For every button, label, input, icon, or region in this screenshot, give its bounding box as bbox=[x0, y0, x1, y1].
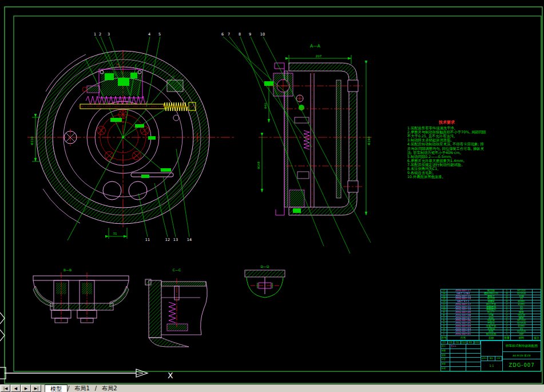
bom-header-cell: 名称 bbox=[479, 336, 503, 340]
tab-nav-prev-button[interactable]: ◀ bbox=[11, 385, 21, 392]
table-cell bbox=[533, 314, 541, 316]
title-block-id-area: 轿车鼓式制动器装配图 A4 共1张 第1张 ZDG-007 bbox=[503, 340, 541, 371]
table-cell: Q235A bbox=[511, 292, 533, 295]
table-cell: 9 bbox=[441, 311, 447, 314]
table-cell bbox=[533, 303, 541, 306]
titleblock-cell: 批准 bbox=[441, 367, 450, 371]
table-cell: 11 bbox=[441, 306, 447, 308]
technical-notes: 技术要求 1.装配前所有零件须清洗干净。 2.摩擦片与制动鼓接触面积不小于70%… bbox=[407, 121, 486, 179]
table-cell: ZDG-007-08 bbox=[447, 314, 479, 316]
table-cell: ZDG-007-12 bbox=[447, 303, 479, 306]
table-cell bbox=[533, 311, 541, 314]
table-cell: 2 bbox=[503, 328, 511, 330]
table-cell: 活塞 bbox=[479, 314, 503, 316]
table-cell: ZDG-007-03 bbox=[447, 328, 479, 330]
layout-tab-bar: |◀ ◀ ▶ ▶| 模型 / 布局1 / 布局2 bbox=[0, 384, 544, 392]
table-cell: 8 bbox=[441, 314, 447, 316]
section-wheel-cylinder bbox=[264, 73, 293, 96]
titleblock-cell: 制图 bbox=[441, 349, 450, 353]
drawing-number: ZDG-007 bbox=[503, 359, 541, 371]
tab-nav-last-button[interactable]: ▶| bbox=[31, 385, 41, 392]
notes-title: 技术要求 bbox=[407, 121, 486, 125]
table-cell: Q235A bbox=[511, 330, 533, 332]
table-cell bbox=[533, 308, 541, 311]
table-cell bbox=[533, 317, 541, 319]
sheet-info: A4 共1张 第1张 bbox=[503, 352, 541, 359]
bom-rows: 17ZDG-007-17制动鼓1HT20016GB/T 5783螺栓M8×204… bbox=[441, 290, 541, 336]
table-cell: 08F bbox=[511, 333, 533, 335]
tab-layout1[interactable]: 布局1 bbox=[69, 385, 94, 392]
table-cell: ZDG-007-01 bbox=[447, 333, 479, 335]
table-cell bbox=[533, 319, 541, 322]
tb-header-cell: 年月日 bbox=[474, 340, 481, 344]
table-cell: ZDG-007-10 bbox=[447, 308, 479, 311]
table-cell: 2 bbox=[503, 295, 511, 298]
table-cell: 皮碗 bbox=[479, 317, 503, 319]
tab-nav-first-button[interactable]: |◀ bbox=[1, 385, 10, 392]
table-cell: 10 bbox=[441, 308, 447, 311]
tab-layout2[interactable]: 布局2 bbox=[97, 385, 122, 392]
tb-scale-header-cell: 重量 bbox=[488, 357, 495, 361]
table-cell: 2 bbox=[503, 298, 511, 300]
tb-header-cell: 处数 bbox=[448, 340, 455, 344]
title-block-sign-area: 标记处数分区更改文件号签名年月日 设计王××制图校核工艺审核批准 bbox=[441, 340, 481, 371]
table-cell: 2 bbox=[503, 303, 511, 306]
drawing-title: 轿车鼓式制动器装配图 bbox=[503, 340, 541, 352]
note-line: 2.摩擦片与制动鼓接触面积不小于70%, 局部间隙不大于0.25, 且不允许有油… bbox=[407, 130, 486, 138]
table-cell: 轮缸体 bbox=[479, 319, 503, 322]
table-cell: 65Mn bbox=[511, 303, 533, 306]
balloon-11: 11 bbox=[145, 237, 150, 242]
table-cell bbox=[533, 306, 541, 308]
titleblock-cell bbox=[450, 367, 466, 371]
tb-header-cell: 更改文件号 bbox=[461, 340, 468, 344]
balloon-4: 4 bbox=[148, 32, 150, 37]
table-cell: ZDG-007-11 bbox=[447, 306, 479, 308]
table-cell: 1 bbox=[441, 333, 447, 335]
table-cell: 16 bbox=[441, 292, 447, 295]
tab-model[interactable]: 模型 bbox=[45, 385, 67, 392]
table-cell: 回位弹簧 bbox=[479, 303, 503, 306]
table-cell: 14 bbox=[441, 298, 447, 300]
balloon-5: 5 bbox=[158, 32, 161, 37]
tab-nav-next-button[interactable]: ▶ bbox=[21, 385, 31, 392]
bom-header-cell: 备注 bbox=[533, 336, 541, 340]
balloon-7: 7 bbox=[228, 32, 230, 37]
note-line: 8.未注倒角均为C1。 bbox=[407, 167, 486, 171]
bom-header-cell: 序号 bbox=[441, 336, 447, 340]
table-cell: 35 bbox=[511, 306, 533, 308]
table-cell: 底板 bbox=[479, 330, 503, 332]
titleblock-cell bbox=[450, 362, 466, 366]
section-c-label: C—C bbox=[173, 268, 181, 272]
table-cell: 1 bbox=[503, 290, 511, 292]
titleblock-row: 审核 bbox=[441, 362, 481, 367]
table-cell: 2 bbox=[503, 325, 511, 327]
table-cell: 制动鼓 bbox=[479, 290, 503, 292]
table-cell: 4 bbox=[503, 300, 511, 303]
table-cell: 垫圈8 bbox=[479, 300, 503, 303]
table-cell bbox=[533, 322, 541, 324]
tb-header-cell: 签名 bbox=[467, 340, 474, 344]
table-cell: Q235A bbox=[511, 322, 533, 324]
detail-view-dd: D—D bbox=[245, 264, 285, 298]
table-cell: 1 bbox=[503, 330, 511, 332]
table-cell: 1 bbox=[503, 306, 511, 308]
table-cell: 4 bbox=[503, 292, 511, 295]
front-bottom-dim: 31 bbox=[109, 228, 127, 239]
table-cell bbox=[533, 333, 541, 335]
table-cell: 15 bbox=[441, 295, 447, 298]
bom-header-cell: 代号 bbox=[447, 336, 479, 340]
table-cell: GB/T 97.1 bbox=[447, 300, 479, 303]
note-line: 3.制动蹄支承销处涂润滑脂。 bbox=[407, 138, 486, 142]
adjuster-rod bbox=[78, 102, 199, 111]
table-cell: 12 bbox=[441, 303, 447, 306]
table-cell: 制动底板 bbox=[479, 333, 503, 335]
table-cell: 2 bbox=[503, 317, 511, 319]
table-cell: 防尘罩 bbox=[479, 311, 503, 314]
titleblock-row: 制图 bbox=[441, 349, 481, 354]
titleblock-cell bbox=[450, 349, 466, 353]
dim-sec-d1: Φ40 bbox=[264, 103, 267, 109]
table-cell: 调整螺杆 bbox=[479, 308, 503, 311]
dim-top-width: 207 bbox=[316, 54, 322, 58]
detail-view-bb: B—B bbox=[33, 268, 129, 323]
autocad-drawing-area[interactable]: 31 Φ310 A—A 207 bbox=[0, 0, 544, 392]
